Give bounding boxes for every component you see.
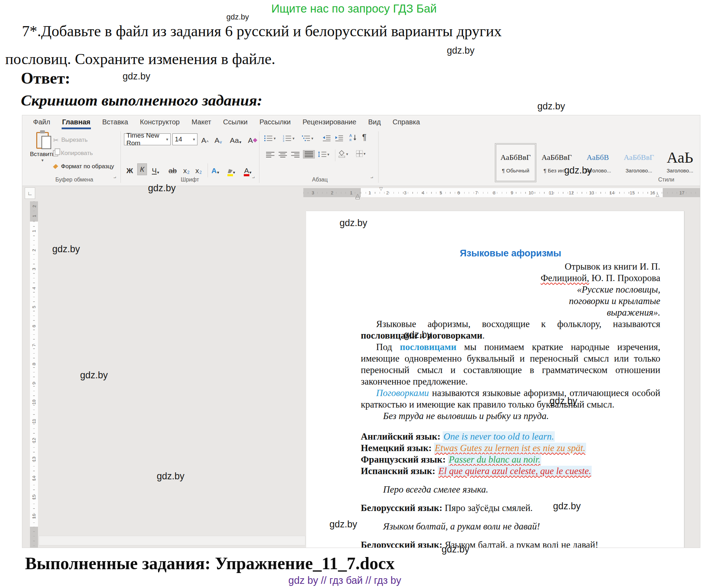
doc-quote: Перо всегда смелее языка.: [361, 484, 660, 495]
justify-icon: [305, 151, 313, 157]
left-indent-marker[interactable]: △: [356, 194, 360, 199]
ribbon-tab[interactable]: Справка: [387, 115, 426, 129]
style-preview: АаБбВ: [578, 149, 617, 165]
font-dialog-launcher-icon[interactable]: [252, 175, 257, 180]
first-line-indent-marker[interactable]: ▽: [379, 187, 383, 191]
style-name: ¶ Обычный: [496, 168, 535, 173]
gdz-watermark: gdz.by: [564, 165, 592, 176]
gdz-watermark: gdz.by: [550, 396, 577, 407]
svg-text:1: 1: [283, 135, 284, 137]
highlighter-icon: [228, 169, 233, 173]
style-preview: АаЬ: [661, 149, 699, 165]
eraser-icon: [253, 138, 257, 142]
style-card[interactable]: АаБбВвГ Заголово...: [619, 144, 659, 181]
font-family-select[interactable]: Times New Rom▾: [124, 133, 171, 145]
sort-button[interactable]: Ая: [349, 133, 358, 142]
strikethrough-button[interactable]: ab: [169, 164, 177, 175]
style-card[interactable]: АаЬ Заголово...: [660, 144, 700, 181]
ribbon-tab[interactable]: Рассылки: [254, 115, 297, 129]
paste-button[interactable]: Вставить ▾: [30, 132, 55, 177]
increase-indent-button[interactable]: [335, 135, 343, 142]
numbering-button[interactable]: 123 ▾: [283, 135, 295, 142]
align-left-button[interactable]: [266, 152, 274, 158]
chevron-down-icon[interactable]: ▾: [30, 158, 55, 163]
style-preview: АаБбВвГ: [537, 149, 576, 165]
change-case-button[interactable]: Аа▾: [230, 134, 241, 145]
gdz-watermark: gdz.by: [340, 218, 367, 229]
footer-links[interactable]: gdz by // гдз бай // гдз by: [0, 575, 690, 586]
document-page[interactable]: Языковые афоризмы Отрывок из книги И. П.…: [306, 211, 684, 548]
ribbon-tab[interactable]: Рецензирование: [297, 115, 362, 129]
paint-bucket-icon: [339, 150, 345, 158]
doc-byline: Фелициной, Ю. П. Прохорова: [361, 272, 660, 284]
font-size-select[interactable]: 14▾: [172, 133, 197, 145]
ribbon-tab[interactable]: Главная: [56, 115, 96, 129]
decrease-indent-button[interactable]: [322, 135, 331, 142]
bold-button[interactable]: Ж: [126, 164, 133, 175]
svg-text:2: 2: [283, 137, 284, 140]
clipboard-dialog-launcher-icon[interactable]: [114, 175, 118, 180]
belarusian-line: Белорусский язык: Языком балтай, а рукам…: [361, 539, 660, 548]
ribbon-tab[interactable]: Файл: [27, 115, 56, 129]
shading-button[interactable]: ▾: [339, 150, 348, 158]
format-painter-label: Формат по образцу: [61, 163, 114, 170]
ribbon-tab[interactable]: Вид: [362, 115, 387, 129]
show-marks-button[interactable]: ¶: [362, 133, 366, 142]
numbered-list-icon: 123: [283, 135, 292, 142]
font-size-value: 14: [175, 136, 182, 143]
borders-button[interactable]: ▾: [356, 150, 366, 157]
answer-label: Ответ:: [21, 69, 70, 87]
italic-button-active[interactable]: К: [137, 163, 147, 175]
tab-stop-icon: ∟: [28, 190, 33, 196]
ribbon-tab[interactable]: Ссылки: [217, 115, 254, 129]
chevron-down-icon: ▾: [166, 137, 168, 142]
sort-icon: Ая: [349, 133, 358, 142]
align-right-button[interactable]: [291, 152, 299, 158]
paragraph-dialog-launcher-icon[interactable]: [371, 175, 375, 180]
style-name: Заголово...: [620, 168, 658, 173]
shrink-font-button[interactable]: Аv: [215, 134, 222, 145]
style-preview: АаБбВвГ: [496, 149, 535, 165]
line-spacing-button[interactable]: ▾: [318, 151, 329, 158]
borders-icon: [356, 150, 363, 157]
clipboard-icon: [36, 132, 49, 149]
horizontal-ruler[interactable]: 321 12345678910111213141516 17 ▽ △ △: [303, 188, 700, 197]
vertical-ruler[interactable]: 21 12345678910111213141516: [30, 201, 38, 548]
multilevel-list-button[interactable]: ▾: [302, 135, 313, 142]
justify-button-active[interactable]: [303, 150, 315, 158]
superscript-button[interactable]: x2: [195, 164, 202, 175]
svg-text:я: я: [349, 138, 351, 142]
gdz-watermark: gdz.by: [537, 101, 565, 112]
text-highlight-button[interactable]: ▾: [228, 164, 235, 175]
style-name: Заголово...: [661, 168, 699, 173]
horizontal-scrollbar[interactable]: [39, 536, 305, 546]
ribbon-tab[interactable]: Макет: [186, 115, 217, 129]
style-card[interactable]: АаБбВвГ ¶ Обычный: [496, 144, 535, 181]
gdz-watermark: gdz.by: [553, 501, 581, 512]
clear-formatting-button[interactable]: А: [248, 134, 257, 145]
gdz-watermark: gdz.by: [157, 471, 185, 482]
scissors-icon: ✂: [53, 136, 59, 144]
text-effects-button[interactable]: А▾: [211, 164, 219, 175]
tab-selector[interactable]: ∟: [25, 187, 35, 199]
promo-banner: Ищите нас по запросу ГДЗ Бай: [0, 2, 708, 15]
subscript-button[interactable]: x2: [183, 164, 189, 175]
font-color-button[interactable]: А▾: [244, 164, 251, 175]
gdz-watermark: gdz.by: [148, 183, 176, 194]
format-painter-icon: [53, 164, 58, 169]
doc-title: Языковые афоризмы: [361, 248, 660, 259]
ribbon-tab[interactable]: Вставка: [96, 115, 134, 129]
bullets-button[interactable]: ▾: [264, 135, 276, 142]
ribbon-tab[interactable]: Конструктор: [134, 115, 186, 129]
copy-button[interactable]: Копировать: [53, 147, 137, 160]
format-painter-button[interactable]: Формат по образцу: [53, 160, 137, 173]
grow-font-button[interactable]: А^: [201, 134, 209, 145]
outdent-icon: [322, 135, 331, 142]
font-family-value: Times New Rom: [126, 132, 164, 147]
pilcrow-icon: ¶: [362, 133, 366, 142]
styles-group-label: Стили: [658, 177, 674, 183]
word-window: Файл Главная Вставка Конструктор Макет С…: [22, 115, 700, 548]
align-center-button[interactable]: [279, 152, 287, 158]
right-indent-marker[interactable]: △: [656, 193, 659, 196]
underline-button[interactable]: Ч▾: [152, 164, 159, 175]
